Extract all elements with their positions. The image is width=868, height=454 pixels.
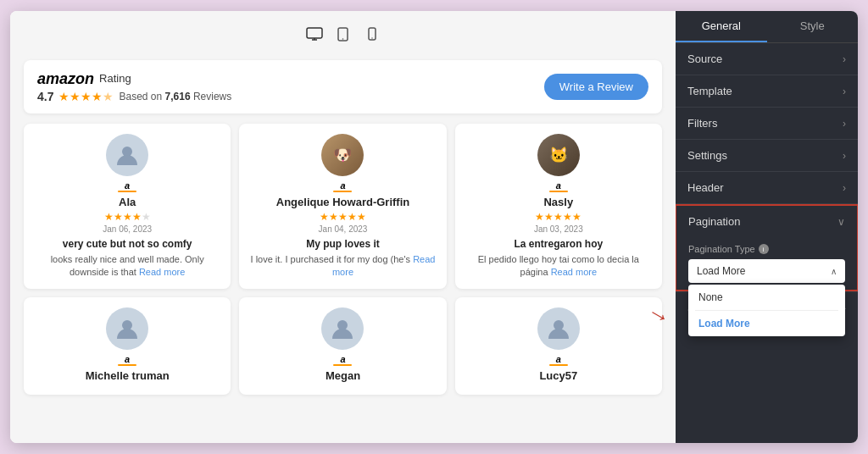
avatar	[537, 307, 580, 350]
sidebar-item-filters-label: Filters	[687, 117, 717, 130]
pagination-section: Pagination ∨ Pagination Type i Load More…	[676, 204, 858, 291]
sidebar-item-header[interactable]: Header ›	[676, 172, 858, 204]
write-review-button[interactable]: Write a Review	[544, 74, 648, 100]
review-body: El pedido llego hoy tai como lo decia la…	[465, 253, 652, 280]
mobile-icon[interactable]	[363, 25, 381, 43]
review-title: La entregaron hoy	[514, 238, 603, 250]
svg-point-4	[342, 38, 344, 40]
amazon-brand-text: amazon	[37, 70, 94, 88]
reviewer-name: Nasly	[543, 196, 573, 208]
chevron-right-icon: ›	[843, 150, 846, 162]
review-body: looks really nice and well made. Only do…	[34, 253, 220, 280]
amazon-a-logo: a	[549, 181, 568, 192]
reviewer-name: Angelique Howard-Griffin	[276, 196, 409, 208]
tab-general[interactable]: General	[676, 11, 767, 42]
review-stars: ★★★★★	[535, 211, 581, 223]
review-card: a Lucy57	[455, 297, 662, 395]
reviews-grid-wrapper: a Ala ★★★★★ Jan 06, 2023 very cute but n…	[24, 124, 662, 395]
rating-count: Based on 7,616 Reviews	[119, 91, 231, 102]
tab-style[interactable]: Style	[767, 11, 859, 42]
chevron-right-icon: ›	[843, 86, 846, 97]
toolbar	[24, 25, 662, 50]
amazon-logo: amazon Rating	[37, 70, 231, 86]
review-card: a Michelle truman	[24, 297, 231, 395]
sidebar-tabs: General Style	[676, 11, 858, 43]
rating-value: 4.7	[37, 90, 53, 103]
review-body: I love it. I purchased it for my dog (he…	[249, 253, 436, 280]
avatar	[106, 134, 148, 176]
dropdown-selected[interactable]: Load More ∧	[688, 259, 845, 283]
svg-point-6	[371, 37, 372, 38]
sidebar: General Style Source › Template › Filter…	[676, 11, 858, 443]
review-title: My pup loves it	[306, 238, 380, 250]
sidebar-item-filters[interactable]: Filters ›	[676, 108, 858, 140]
pagination-toggle[interactable]: Pagination ∨	[676, 206, 857, 237]
chevron-right-icon: ›	[843, 182, 846, 194]
amazon-a-logo: a	[118, 355, 136, 366]
read-more-link[interactable]: Read more	[551, 267, 597, 277]
chevron-right-icon: ›	[843, 118, 846, 130]
amazon-a-logo: a	[333, 355, 352, 366]
amazon-a-logo: a	[118, 181, 136, 192]
read-more-link[interactable]: Read more	[139, 267, 185, 277]
dropdown-option-none[interactable]: None	[688, 285, 845, 310]
review-card: a Megan	[239, 297, 446, 395]
chevron-up-icon: ∧	[831, 267, 837, 276]
sidebar-item-source-label: Source	[687, 53, 722, 65]
sidebar-items: Source › Template › Filters › Settings ›…	[676, 43, 858, 443]
reviews-grid: a Ala ★★★★★ Jan 06, 2023 very cute but n…	[24, 124, 662, 395]
pagination-type-label: Pagination Type i	[688, 244, 845, 254]
avatar	[106, 307, 148, 350]
sidebar-item-template[interactable]: Template ›	[676, 75, 858, 108]
review-card: 🐱 a Nasly ★★★★★ Jan 03, 2023 La entregar…	[455, 124, 662, 289]
sidebar-item-header-label: Header	[687, 181, 724, 194]
avatar: 🐱	[537, 134, 580, 176]
avatar: 🐶	[321, 134, 364, 176]
sidebar-item-source[interactable]: Source ›	[676, 43, 858, 75]
dropdown-menu: None Load More	[688, 285, 845, 336]
rating-stars-row: 4.7 ★★★★★ Based on 7,616 Reviews	[37, 90, 231, 103]
chevron-right-icon: ›	[843, 53, 846, 65]
review-title: very cute but not so comfy	[63, 238, 192, 250]
dropdown-option-loadmore[interactable]: Load More	[688, 311, 845, 336]
pagination-type-dropdown: Load More ∧ None Load More	[688, 259, 845, 283]
desktop-icon[interactable]	[305, 25, 324, 43]
review-stars: ★★★★★	[320, 211, 366, 223]
reviewer-name: Ala	[119, 196, 136, 208]
sidebar-item-settings-label: Settings	[687, 149, 727, 162]
content-area: amazon Rating 4.7 ★★★★★ Based on 7,616 R…	[10, 11, 676, 443]
pagination-label: Pagination	[688, 215, 740, 228]
review-card: 🐶 a Angelique Howard-Griffin ★★★★★ Jan 0…	[239, 124, 446, 289]
review-stars: ★★★★★	[104, 211, 151, 223]
reviewer-name: Megan	[326, 369, 360, 382]
amazon-a-logo: a	[549, 355, 568, 366]
sidebar-item-settings[interactable]: Settings ›	[676, 140, 858, 172]
sidebar-item-template-label: Template	[687, 85, 732, 97]
review-date: Jan 03, 2023	[534, 224, 583, 234]
read-more-link[interactable]: Read more	[332, 254, 436, 277]
pagination-content: Pagination Type i Load More ∧ None Load …	[676, 237, 857, 290]
tablet-icon[interactable]	[334, 25, 353, 43]
info-icon: i	[759, 244, 769, 254]
review-card: a Ala ★★★★★ Jan 06, 2023 very cute but n…	[24, 124, 231, 289]
svg-rect-0	[307, 28, 322, 38]
rating-subtitle: Rating	[99, 72, 131, 85]
rating-header: amazon Rating 4.7 ★★★★★ Based on 7,616 R…	[24, 60, 662, 114]
amazon-a-logo: a	[333, 181, 352, 192]
avatar	[321, 307, 364, 350]
chevron-down-icon: ∨	[837, 216, 845, 228]
review-date: Jan 04, 2023	[319, 224, 368, 234]
dropdown-selected-value: Load More	[697, 265, 745, 277]
rating-left: amazon Rating 4.7 ★★★★★ Based on 7,616 R…	[37, 70, 231, 103]
rating-stars: ★★★★★	[58, 90, 114, 103]
reviewer-name: Michelle truman	[86, 369, 170, 382]
review-date: Jan 06, 2023	[103, 224, 152, 234]
reviewer-name: Lucy57	[539, 369, 577, 382]
